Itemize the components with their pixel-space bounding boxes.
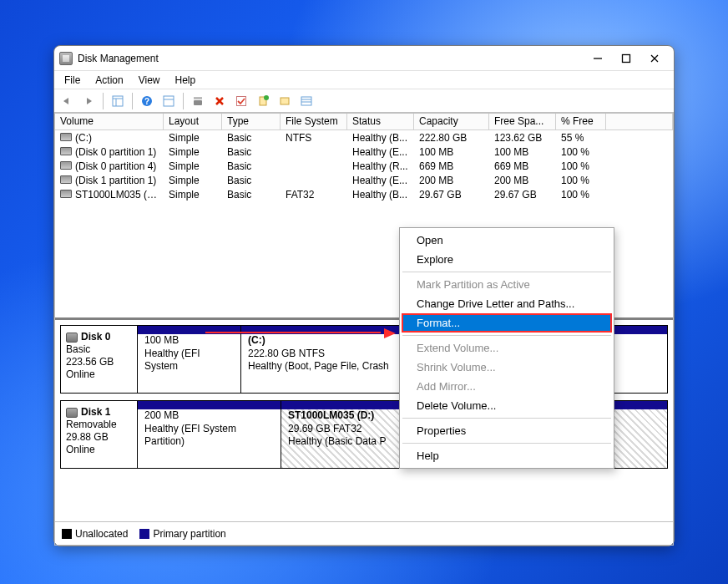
- cell: 29.67 GB: [414, 189, 489, 201]
- cell: 100 MB: [489, 146, 556, 158]
- disk-label[interactable]: Disk 0Basic223.56 GBOnline: [60, 325, 137, 394]
- partition-status: Healthy (EFI System Partition): [144, 423, 274, 449]
- partition[interactable]: 200 MBHealthy (EFI System Partition): [137, 400, 281, 469]
- svg-text:?: ?: [144, 97, 149, 106]
- maximize-button[interactable]: [612, 49, 640, 68]
- disk-status: Online: [66, 444, 132, 456]
- ctx-delete[interactable]: Delete Volume...: [402, 396, 612, 415]
- legend-unallocated-label: Unallocated: [75, 528, 128, 540]
- cell: Basic: [222, 132, 281, 144]
- cell: (Disk 0 partition 1): [55, 146, 164, 158]
- check-button[interactable]: [232, 92, 250, 110]
- ctx-format[interactable]: Format...: [402, 313, 612, 333]
- cell: 100 %: [556, 146, 606, 158]
- ctx-separator: [402, 443, 611, 444]
- cell: 123.62 GB: [489, 132, 556, 144]
- drive-icon: [60, 133, 72, 141]
- new-button[interactable]: [254, 92, 272, 110]
- cell: ST1000LM035 (D:): [55, 189, 164, 201]
- disk-title: Disk 0: [81, 331, 110, 343]
- ctx-properties[interactable]: Properties: [402, 421, 612, 440]
- refresh-button[interactable]: [189, 92, 207, 110]
- forward-button[interactable]: [79, 92, 98, 110]
- volume-row[interactable]: (Disk 1 partition 1)SimpleBasicHealthy (…: [55, 173, 673, 187]
- cell: 669 MB: [414, 160, 489, 172]
- volume-row[interactable]: ST1000LM035 (D:)SimpleBasicFAT32Healthy …: [55, 187, 673, 201]
- disk-label[interactable]: Disk 1Removable29.88 GBOnline: [60, 400, 137, 469]
- svg-rect-11: [194, 100, 202, 105]
- col-free[interactable]: Free Spa...: [489, 114, 556, 129]
- disk-type: Basic: [66, 343, 132, 356]
- menu-file[interactable]: File: [58, 73, 87, 88]
- col-capacity[interactable]: Capacity: [414, 114, 489, 129]
- disk-icon: [66, 333, 78, 343]
- toolbar-separator: [103, 93, 104, 109]
- col-layout[interactable]: Layout: [164, 114, 222, 129]
- ctx-shrink: Shrink Volume...: [402, 358, 612, 377]
- legend-primary-label: Primary partition: [153, 528, 225, 540]
- delete-button[interactable]: [210, 92, 229, 110]
- col-filesystem[interactable]: File System: [281, 114, 347, 129]
- menu-view[interactable]: View: [132, 73, 167, 88]
- partition[interactable]: 100 MBHealthy (EFI System: [137, 325, 241, 394]
- ctx-mirror: Add Mirror...: [402, 377, 612, 396]
- disk-title: Disk 1: [81, 406, 110, 419]
- back-button[interactable]: [58, 92, 76, 110]
- ctx-separator: [402, 335, 611, 336]
- cell: 200 MB: [489, 175, 556, 186]
- drive-icon: [60, 175, 72, 184]
- col-pct[interactable]: % Free: [556, 114, 606, 129]
- toolbar-separator: [183, 93, 184, 109]
- menubar: File Action View Help: [54, 71, 674, 89]
- cell: 222.80 GB: [414, 132, 489, 144]
- disk-type: Removable: [66, 419, 132, 431]
- volume-row[interactable]: (Disk 0 partition 1)SimpleBasicHealthy (…: [55, 145, 673, 159]
- col-volume[interactable]: Volume: [55, 114, 164, 129]
- tree-button[interactable]: [109, 92, 127, 110]
- partition-size: 200 MB: [144, 409, 274, 423]
- list-button[interactable]: [297, 92, 316, 110]
- cell: Healthy (B...: [347, 189, 414, 201]
- menu-action[interactable]: Action: [88, 73, 129, 88]
- cell: 669 MB: [489, 160, 556, 172]
- cell: 29.67 GB: [489, 189, 556, 201]
- titlebar: Disk Management: [54, 46, 674, 71]
- ctx-help[interactable]: Help: [402, 446, 612, 465]
- partition-size: 100 MB: [144, 334, 234, 348]
- menu-help[interactable]: Help: [169, 73, 203, 88]
- disk-size: 29.88 GB: [66, 431, 132, 444]
- drive-icon: [60, 161, 72, 170]
- legend-unallocated: Unallocated: [62, 528, 128, 540]
- col-type[interactable]: Type: [222, 114, 281, 129]
- cell: Healthy (E...: [347, 175, 414, 186]
- ctx-mark-active: Mark Partition as Active: [402, 275, 612, 294]
- close-button[interactable]: [640, 49, 669, 68]
- cell: Basic: [222, 189, 281, 201]
- help-button[interactable]: ?: [138, 92, 156, 110]
- volume-row[interactable]: (C:)SimpleBasicNTFSHealthy (B...222.80 G…: [55, 130, 673, 145]
- svg-rect-12: [194, 97, 202, 99]
- cell: Basic: [222, 175, 281, 186]
- properties-button[interactable]: [159, 92, 178, 110]
- minimize-button[interactable]: [584, 49, 612, 68]
- app-icon: [59, 52, 73, 65]
- cell: FAT32: [281, 189, 347, 201]
- cell: 100 %: [556, 160, 606, 172]
- cell: 100 %: [556, 189, 606, 201]
- ctx-open[interactable]: Open: [402, 231, 612, 250]
- context-menu: Open Explore Mark Partition as Active Ch…: [399, 227, 614, 469]
- ctx-explore[interactable]: Explore: [402, 250, 612, 269]
- svg-point-17: [264, 95, 269, 100]
- show-hide-button[interactable]: [276, 92, 294, 110]
- ctx-change-letter[interactable]: Change Drive Letter and Paths...: [402, 294, 612, 313]
- col-status[interactable]: Status: [347, 114, 414, 129]
- svg-rect-19: [301, 97, 311, 105]
- window-title: Disk Management: [78, 53, 584, 64]
- disk-status: Online: [66, 368, 132, 381]
- cell: NTFS: [281, 132, 347, 144]
- cell: Basic: [222, 146, 281, 158]
- cell: 55 %: [556, 132, 606, 144]
- cell: Simple: [164, 160, 222, 172]
- drive-icon: [60, 147, 72, 155]
- volume-row[interactable]: (Disk 0 partition 4)SimpleBasicHealthy (…: [55, 159, 673, 173]
